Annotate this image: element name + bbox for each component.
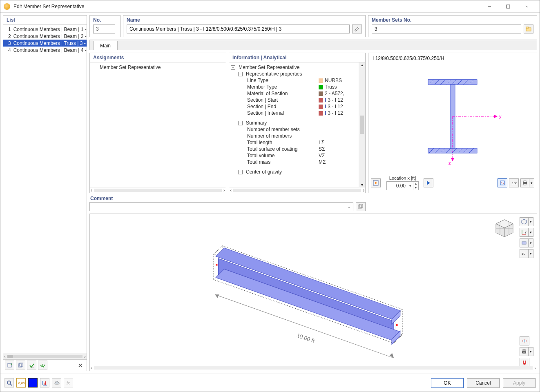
- scale-button[interactable]: 10▾: [520, 249, 533, 258]
- prop-val: 3 - I 12: [328, 104, 343, 109]
- section-lib-button[interactable]: [40, 378, 49, 388]
- comment-combo[interactable]: ⌄: [89, 202, 353, 211]
- svg-point-43: [503, 183, 504, 184]
- svg-text:0,00: 0,00: [18, 381, 25, 385]
- collapse-icon[interactable]: −: [238, 121, 243, 125]
- prop-key: Section | End: [231, 104, 319, 109]
- svg-marker-40: [427, 181, 430, 185]
- shade-button[interactable]: ▾: [520, 238, 533, 247]
- svg-rect-60: [216, 264, 217, 265]
- check-button[interactable]: [27, 361, 36, 370]
- svg-marker-17: [494, 115, 498, 118]
- svg-rect-4: [8, 363, 11, 367]
- units-button[interactable]: 0,00: [16, 378, 26, 388]
- apply-button[interactable]: Apply: [503, 378, 536, 388]
- tab-main[interactable]: Main: [93, 41, 118, 50]
- cloud-button[interactable]: [52, 378, 61, 388]
- cancel-button[interactable]: Cancel: [467, 378, 500, 388]
- help-button[interactable]: [4, 378, 14, 388]
- svg-rect-83: [523, 352, 525, 354]
- close-button[interactable]: [518, 1, 536, 12]
- chevron-down-icon[interactable]: ▾: [529, 228, 533, 237]
- edit-name-button[interactable]: [352, 24, 362, 33]
- check-all-button[interactable]: [38, 361, 47, 370]
- horizontal-scrollbar[interactable]: ‹›: [3, 353, 87, 359]
- values-button[interactable]: 100: [509, 178, 519, 187]
- go-button[interactable]: [424, 178, 433, 187]
- cog-header: Center of gravity: [246, 169, 282, 175]
- pick-point-button[interactable]: [371, 178, 381, 187]
- sets-label: Member Sets No.: [372, 17, 533, 23]
- svg-rect-48: [358, 205, 361, 208]
- delete-button[interactable]: ✕: [76, 361, 85, 370]
- assignments-tree[interactable]: Member Set Representative: [90, 62, 226, 187]
- collapse-icon[interactable]: −: [238, 170, 243, 174]
- vertical-scrollbar[interactable]: ▴▾: [359, 62, 365, 187]
- list-item[interactable]: 4 Continuous Members | Beam | 4 -: [3, 47, 87, 53]
- svg-text:fx: fx: [67, 381, 70, 385]
- section-title: I 12/8/0.500/0.625/0.375/0.250/H: [368, 53, 537, 64]
- info-hscroll[interactable]: ‹›: [229, 187, 365, 193]
- svg-marker-73: [522, 219, 527, 224]
- copy-item-button[interactable]: [16, 361, 25, 370]
- prop-val: 3 - I 12: [328, 97, 343, 103]
- view-style-button[interactable]: ▾: [520, 217, 533, 226]
- collapse-icon[interactable]: −: [231, 65, 235, 70]
- svg-line-85: [10, 384, 12, 385]
- assignments-hscroll[interactable]: ‹›: [90, 187, 226, 193]
- list-item-selected[interactable]: 3 Continuous Members | Truss | 3 -: [3, 40, 87, 47]
- summary-sym: LΣ: [319, 140, 324, 145]
- print-section-button[interactable]: ▾: [520, 178, 534, 187]
- no-input[interactable]: [93, 24, 115, 33]
- prop-val: 2 - A572,: [325, 91, 344, 96]
- svg-rect-77: [522, 242, 526, 244]
- step-down[interactable]: ▾: [413, 186, 418, 190]
- list-item[interactable]: 2 Continuous Members | Beam | 2 -: [3, 33, 87, 40]
- member-list[interactable]: 1 Continuous Members | Beam | 1 - 2 Cont…: [3, 25, 87, 353]
- chevron-down-icon[interactable]: ▾: [529, 249, 533, 258]
- list-index: 3: [8, 40, 11, 46]
- location-stepper[interactable]: 0.00 ▾ ▴▾: [386, 181, 419, 190]
- comment-edit-button[interactable]: [356, 202, 366, 211]
- chevron-down-icon[interactable]: ▾: [529, 347, 533, 356]
- prop-val: NURBS: [325, 78, 342, 83]
- color-swatch: [319, 98, 323, 102]
- prop-val: 3 - I 12: [328, 110, 343, 116]
- viewer-hscroll[interactable]: ‹›: [91, 365, 536, 371]
- chevron-down-icon[interactable]: ▾: [529, 178, 534, 187]
- chevron-down-icon[interactable]: ▾: [529, 238, 533, 247]
- chevron-down-icon[interactable]: ▾: [529, 217, 533, 226]
- minimize-button[interactable]: [480, 1, 499, 12]
- collapse-icon[interactable]: −: [238, 72, 243, 76]
- prop-key: Member Type: [231, 84, 319, 90]
- svg-text:y: y: [525, 230, 527, 234]
- sets-input[interactable]: [372, 24, 521, 33]
- app-icon: [4, 3, 10, 10]
- viewer-3d[interactable]: 10.00 ft: [89, 214, 537, 371]
- color-swatch: [319, 111, 323, 116]
- center-eye-button[interactable]: [520, 336, 529, 345]
- list-item[interactable]: 1 Continuous Members | Beam | 1 -: [3, 26, 87, 33]
- summary-key: Total mass: [231, 159, 319, 165]
- new-item-button[interactable]: [5, 361, 14, 370]
- info-tree[interactable]: −Member Set Representative −Representati…: [229, 62, 365, 187]
- name-input[interactable]: [127, 24, 350, 33]
- print-view-button[interactable]: ▾: [520, 347, 533, 356]
- chevron-down-icon[interactable]: ▾: [407, 184, 413, 188]
- nav-cube[interactable]: [494, 218, 515, 238]
- svg-point-84: [7, 381, 11, 384]
- active-color-swatch[interactable]: [28, 378, 38, 388]
- function-button[interactable]: fx: [64, 378, 73, 388]
- comment-label: Comment: [89, 196, 366, 201]
- list-label: Continuous Members | Beam | 2 -: [13, 33, 87, 39]
- ok-button[interactable]: OK: [431, 378, 464, 388]
- chevron-down-icon[interactable]: ⌄: [347, 205, 350, 209]
- svg-point-42: [501, 182, 502, 183]
- stress-points-button[interactable]: [498, 178, 507, 187]
- svg-rect-8: [20, 363, 23, 366]
- step-up[interactable]: ▴: [413, 182, 418, 186]
- i-section-icon: I: [325, 97, 326, 103]
- pick-sets-button[interactable]: [524, 24, 533, 33]
- maximize-button[interactable]: [499, 1, 518, 12]
- axes-button[interactable]: y▾: [520, 228, 533, 237]
